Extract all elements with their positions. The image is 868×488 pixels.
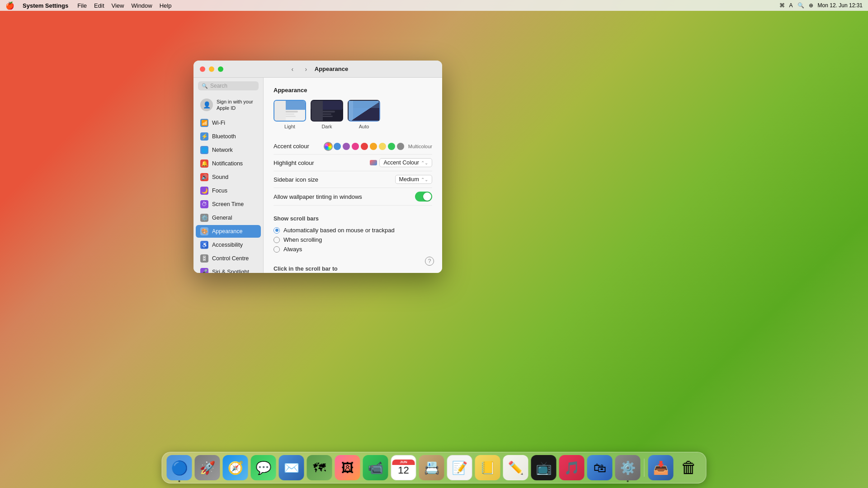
app-name[interactable]: System Settings xyxy=(19,2,72,9)
apple-id-text: Sign in with your Apple ID xyxy=(217,99,256,112)
menubar-search[interactable]: 🔍 xyxy=(797,2,804,9)
menu-help[interactable]: Help xyxy=(156,2,175,9)
accent-graphite[interactable] xyxy=(397,143,404,150)
appletv-icon: 📺 xyxy=(536,460,552,475)
menu-view[interactable]: View xyxy=(108,2,128,9)
menubar-spotlight[interactable]: ⌘ xyxy=(779,2,785,9)
sidebar-icon-size-row: Sidebar icon size Medium ⌃⌄ xyxy=(274,171,432,188)
sign-in-label: Sign in with your Apple ID xyxy=(217,99,256,112)
dock-item-safari[interactable]: 🧭 xyxy=(223,455,248,480)
notifications-icon: 🔔 xyxy=(200,160,208,168)
section-title: Appearance xyxy=(274,87,432,94)
menu-file[interactable]: File xyxy=(74,2,90,9)
wallpaper-tinting-toggle[interactable] xyxy=(415,192,432,202)
dock-item-freeform[interactable]: ✏️ xyxy=(503,455,528,480)
dock-item-yoink[interactable]: 📥 xyxy=(648,455,674,480)
maximize-button[interactable] xyxy=(218,66,223,72)
dock-item-reminders[interactable]: 📝 xyxy=(447,455,472,480)
menu-window[interactable]: Window xyxy=(127,2,156,9)
messages-icon: 💬 xyxy=(255,460,271,475)
siri-icon: 🎤 xyxy=(200,268,208,273)
chevron-updown-icon-2: ⌃⌄ xyxy=(421,177,428,182)
highlight-value-text: Accent Colour xyxy=(383,160,419,166)
appstore-icon: 🛍 xyxy=(594,460,606,475)
appearance-option-dark[interactable]: Dark xyxy=(311,100,343,129)
notes-icon: 📒 xyxy=(480,460,495,475)
dock-item-calendar[interactable]: JUN 12 xyxy=(391,455,416,480)
scroll-when-scrolling-option[interactable]: When scrolling xyxy=(274,235,432,244)
sidebar-item-general[interactable]: ⚙️ General xyxy=(196,211,261,224)
accent-blue[interactable] xyxy=(334,143,341,150)
menubar-controlcenter[interactable]: ⊕ xyxy=(809,2,813,9)
sidebar-item-apple-id[interactable]: 👤 Sign in with your Apple ID xyxy=(196,95,261,115)
sidebar-icon-size-label: Sidebar icon size xyxy=(274,176,318,183)
sidebar-item-bluetooth[interactable]: ⚡ Bluetooth xyxy=(196,130,261,143)
accent-purple[interactable] xyxy=(343,143,350,150)
sidebar-item-wifi[interactable]: 📶 Wi-Fi xyxy=(196,117,261,129)
dock-item-trash[interactable]: 🗑 xyxy=(676,455,702,480)
search-icon: 🔍 xyxy=(202,83,208,89)
highlight-colour-row: Highlight colour Accent Colour ⌃⌄ xyxy=(274,155,432,171)
sidebar-item-controlcentre[interactable]: 🎛 Control Centre xyxy=(196,252,261,265)
dock-item-system-settings[interactable]: ⚙️ xyxy=(615,455,641,480)
dock-item-contacts[interactable]: 📇 xyxy=(419,455,444,480)
sidebar-label-wifi: Wi-Fi xyxy=(212,120,225,126)
auto-preview xyxy=(348,100,380,122)
sidebar-label-screentime: Screen Time xyxy=(212,201,244,207)
accent-multicolor[interactable] xyxy=(325,143,332,150)
apple-menu[interactable]: 🍎 xyxy=(5,1,14,10)
accent-pink[interactable] xyxy=(352,143,359,150)
accent-orange[interactable] xyxy=(370,143,377,150)
accent-red[interactable] xyxy=(361,143,368,150)
finder-icon: 🔵 xyxy=(171,460,188,476)
sidebar-item-accessibility[interactable]: ♿ Accessibility xyxy=(196,239,261,251)
close-button[interactable] xyxy=(200,66,205,72)
dark-label: Dark xyxy=(321,124,332,129)
forward-button[interactable]: › xyxy=(301,64,311,74)
scroll-always-option[interactable]: Always xyxy=(274,244,432,254)
minimize-button[interactable] xyxy=(209,66,214,72)
sidebar-item-focus[interactable]: 🌙 Focus xyxy=(196,184,261,197)
dock-item-finder[interactable]: 🔵 xyxy=(167,455,192,480)
menubar-inputsource[interactable]: A xyxy=(789,2,793,9)
dock-item-photos[interactable]: 🖼 xyxy=(335,455,360,480)
menubar: 🍎 System Settings File Edit View Window … xyxy=(0,0,868,11)
dock-item-music[interactable]: 🎵 xyxy=(559,455,585,480)
sidebar-item-sound[interactable]: 🔊 Sound xyxy=(196,171,261,183)
dock-item-notes[interactable]: 📒 xyxy=(475,455,500,480)
appearance-option-auto[interactable]: Auto xyxy=(348,100,380,129)
sidebar-item-appearance[interactable]: 🎨 Appearance xyxy=(196,225,261,238)
back-button[interactable]: ‹ xyxy=(288,64,297,74)
dock-item-appstore[interactable]: 🛍 xyxy=(587,455,613,480)
music-icon: 🎵 xyxy=(564,460,580,475)
accent-green[interactable] xyxy=(388,143,395,150)
highlight-dropdown[interactable]: Accent Colour ⌃⌄ xyxy=(379,158,432,167)
search-input[interactable] xyxy=(210,83,264,89)
appearance-icon: 🎨 xyxy=(200,227,208,235)
yoink-icon: 📥 xyxy=(653,460,669,475)
sidebar-label-siri: Siri & Spotlight xyxy=(212,269,249,273)
sidebar-label-controlcentre: Control Centre xyxy=(212,255,249,262)
sidebar-item-siri[interactable]: 🎤 Siri & Spotlight xyxy=(196,266,261,273)
dock-item-facetime[interactable]: 📹 xyxy=(363,455,388,480)
accent-colour-row: Accent colour xyxy=(274,138,432,155)
sidebar-size-value: Medium xyxy=(399,176,419,183)
window-nav: ‹ › Appearance xyxy=(288,64,348,74)
dock-item-mail[interactable]: ✉️ xyxy=(279,455,304,480)
sidebar-item-network[interactable]: 🌐 Network xyxy=(196,144,261,156)
menu-edit[interactable]: Edit xyxy=(90,2,108,9)
sidebar-item-notifications[interactable]: 🔔 Notifications xyxy=(196,157,261,170)
help-button[interactable]: ? xyxy=(425,257,434,266)
sidebar-size-dropdown[interactable]: Medium ⌃⌄ xyxy=(395,175,432,184)
svg-rect-11 xyxy=(321,116,333,117)
dock-item-launchpad[interactable]: 🚀 xyxy=(195,455,220,480)
appearance-option-light[interactable]: Light xyxy=(274,100,306,129)
dock-item-appletv[interactable]: 📺 xyxy=(531,455,557,480)
sidebar-item-screentime[interactable]: ⏱ Screen Time xyxy=(196,198,261,211)
svg-rect-14 xyxy=(353,101,380,108)
accent-yellow[interactable] xyxy=(379,143,386,150)
scroll-automatic-option[interactable]: Automatically based on mouse or trackpad xyxy=(274,225,432,235)
dock-item-messages[interactable]: 💬 xyxy=(251,455,276,480)
chevron-updown-icon: ⌃⌄ xyxy=(421,160,428,165)
dock-item-maps[interactable]: 🗺 xyxy=(307,455,332,480)
